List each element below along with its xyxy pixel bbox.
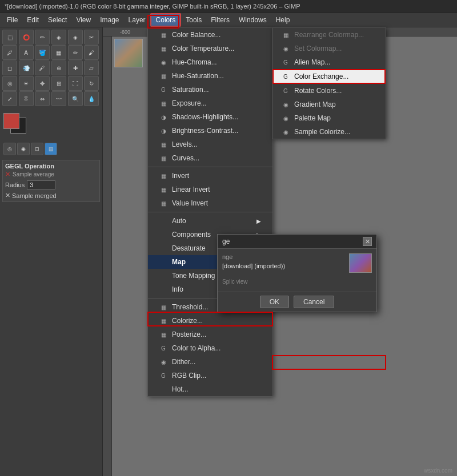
tool-ellipse-select[interactable]: ⭕ xyxy=(19,30,34,45)
menu-linear-invert[interactable]: ▦ Linear Invert xyxy=(148,183,272,196)
dialog-close-btn[interactable]: ✕ xyxy=(363,237,372,246)
tool-heal[interactable]: ✚ xyxy=(68,60,83,75)
foreground-color-swatch[interactable] xyxy=(3,113,19,129)
menu-hue-saturation[interactable]: ▦ Hue-Saturation... xyxy=(148,69,272,83)
tool-free-select[interactable]: ✏ xyxy=(35,30,50,45)
menu-curves[interactable]: ▦ Curves... xyxy=(148,151,272,165)
menu-dither[interactable]: ◉ Dither... xyxy=(148,355,272,369)
menu-file[interactable]: File xyxy=(2,14,22,26)
tool-paintbrush[interactable]: 🖌 xyxy=(84,45,99,60)
tool-fuzzy-select[interactable]: ◈ xyxy=(51,30,66,45)
tool-dodge[interactable]: ☀ xyxy=(19,76,34,91)
dialog-titlebar: ge ✕ xyxy=(218,235,376,249)
ruler-vertical xyxy=(103,37,112,476)
tool-bucket-fill[interactable]: 🪣 xyxy=(35,45,50,60)
submenu-gradient-map[interactable]: ◉ Gradient Map xyxy=(272,98,386,111)
tool-crop[interactable]: ⛶ xyxy=(68,76,83,91)
tool-rect-select[interactable]: ⬚ xyxy=(2,30,17,45)
menu-color-balance[interactable]: ▦ Color Balance... xyxy=(148,28,272,42)
menu-invert[interactable]: ▦ Invert xyxy=(148,169,272,183)
submenu-alien-map[interactable]: G Alien Map... xyxy=(272,55,386,69)
menu-image[interactable]: Image xyxy=(95,14,123,26)
dialog-buttons: OK Cancel xyxy=(218,292,376,312)
tool-select-by-color[interactable]: ◈ xyxy=(68,30,83,45)
tool-scale[interactable]: ⤢ xyxy=(2,91,17,106)
menu-shadows-highlights[interactable]: ◑ Shadows-Highlights... xyxy=(148,110,272,124)
menu-hue-chroma[interactable]: ◉ Hue-Chroma... xyxy=(148,55,272,69)
gegl-title: GEGL Operation xyxy=(5,163,97,170)
menu-hot[interactable]: Hot... xyxy=(148,382,272,396)
tool-rotate[interactable]: ↻ xyxy=(84,76,99,91)
colorize-icon: ▦ xyxy=(159,317,167,325)
dialog-ok-btn[interactable]: OK xyxy=(260,296,289,308)
tool-align[interactable]: ⊞ xyxy=(51,76,66,91)
menu-colors[interactable]: Colors xyxy=(150,13,182,27)
submenu-palette-map[interactable]: ◉ Palette Map xyxy=(272,111,386,125)
gegl-radius-label: Radius xyxy=(5,181,25,188)
menu-auto[interactable]: Auto ▶ xyxy=(148,214,272,228)
submenu-rotate-colors[interactable]: G Rotate Colors... xyxy=(272,84,386,98)
menu-posterize[interactable]: ▦ Posterize... xyxy=(148,328,272,341)
menu-filters[interactable]: Filters xyxy=(206,14,234,26)
tool-path[interactable]: 🖊 xyxy=(2,45,17,60)
tool-ink[interactable]: 🖋 xyxy=(35,60,50,75)
submenu-set-colormap: ◉ Set Colormap... xyxy=(272,42,386,55)
color-alpha-icon: G xyxy=(159,344,167,352)
dialog-body: nge [download] (imported)) Splic view xyxy=(218,249,376,292)
color-exchange-icon: G xyxy=(282,72,290,80)
menu-brightness-contrast[interactable]: ◑ Brightness-Contrast... xyxy=(148,124,272,138)
menu-windows[interactable]: Windows xyxy=(234,14,271,26)
tool-warp[interactable]: 〰 xyxy=(51,91,66,106)
title-text: *[download] (imported)-1.0 (RGB color 8-… xyxy=(5,3,300,10)
tool-gradient[interactable]: ▦ xyxy=(51,45,66,60)
gegl-radius-row: Radius xyxy=(5,180,97,189)
tool-extra4[interactable]: ▤ xyxy=(45,143,57,155)
tool-clone[interactable]: ⊕ xyxy=(51,60,66,75)
rgb-clip-icon: G xyxy=(159,372,167,380)
menu-exposure[interactable]: ▦ Exposure... xyxy=(148,96,272,110)
tool-scissors[interactable]: ✂ xyxy=(84,30,99,45)
menu-colorize[interactable]: ▦ Colorize... xyxy=(148,314,272,328)
gegl-sample-merged[interactable]: ✕ Sample merged xyxy=(5,192,97,199)
hue-chroma-icon: ◉ xyxy=(159,58,167,66)
dialog-thumbnail xyxy=(349,253,372,273)
menu-layer[interactable]: Layer xyxy=(124,14,150,26)
tool-extra2[interactable]: ◉ xyxy=(17,143,30,155)
gradient-map-icon: ◉ xyxy=(282,100,290,108)
tool-color-picker[interactable]: 💧 xyxy=(84,91,99,106)
tool-shear[interactable]: ⧖ xyxy=(19,91,34,106)
tool-pencil[interactable]: ✏ xyxy=(68,45,83,60)
menu-color-to-alpha[interactable]: G Color to Alpha... xyxy=(148,341,272,355)
menu-saturation[interactable]: G Saturation... xyxy=(148,83,272,96)
menu-value-invert[interactable]: ▦ Value Invert xyxy=(148,196,272,210)
submenu-rearrange-colormap: ▦ Rearrange Colormap... xyxy=(272,28,386,42)
toolbox: ⬚ ⭕ ✏ ◈ ◈ ✂ 🖊 A 🪣 ▦ ✏ 🖌 ◻ 💨 🖋 ⊕ ✚ ▱ ◎ ☀ … xyxy=(0,27,103,476)
tool-blur[interactable]: ◎ xyxy=(2,76,17,91)
shadows-icon: ◑ xyxy=(159,113,167,121)
submenu-sample-colorize[interactable]: ◉ Sample Colorize... xyxy=(272,125,386,139)
menu-tools[interactable]: Tools xyxy=(181,14,206,26)
tool-eraser[interactable]: ◻ xyxy=(2,60,17,75)
tool-airbrush[interactable]: 💨 xyxy=(19,60,34,75)
gegl-radius-input[interactable] xyxy=(27,180,55,189)
menu-select[interactable]: Select xyxy=(43,14,71,26)
tool-zoom[interactable]: 🔍 xyxy=(68,91,83,106)
divider-1 xyxy=(148,167,272,167)
tool-extra1[interactable]: ◎ xyxy=(3,143,16,155)
menu-edit[interactable]: Edit xyxy=(22,14,43,26)
menu-rgb-clip[interactable]: G RGB Clip... xyxy=(148,369,272,382)
color-balance-icon: ▦ xyxy=(159,31,167,39)
menu-view[interactable]: View xyxy=(71,14,95,26)
menu-help[interactable]: Help xyxy=(271,14,295,26)
tool-extra3[interactable]: ⊡ xyxy=(31,143,43,155)
dialog-cancel-btn[interactable]: Cancel xyxy=(294,296,334,308)
tool-move[interactable]: ✥ xyxy=(35,76,50,91)
tool-perspective[interactable]: ▱ xyxy=(84,60,99,75)
invert-icon: ▦ xyxy=(159,172,167,180)
menu-color-temperature[interactable]: ▦ Color Temperature... xyxy=(148,42,272,55)
tool-text[interactable]: A xyxy=(19,45,34,60)
menu-levels[interactable]: ▦ Levels... xyxy=(148,138,272,151)
tool-flip[interactable]: ⇔ xyxy=(35,91,50,106)
value-invert-icon: ▦ xyxy=(159,199,167,207)
submenu-color-exchange[interactable]: G Color Exchange... xyxy=(272,69,386,84)
